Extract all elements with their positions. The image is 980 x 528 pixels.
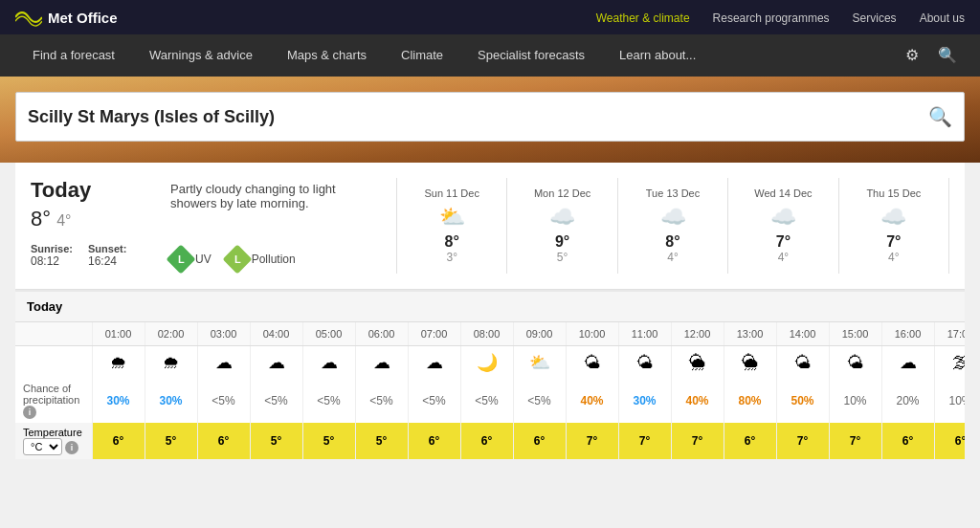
day-icon-3: ☁️ (736, 205, 830, 230)
precip-06: <5% (355, 379, 408, 423)
icon-cell-17: 🌫 (934, 346, 965, 380)
nav-research[interactable]: Research programmes (713, 11, 830, 25)
temp-row: Temperature °C °F i 6° 5° 6° 5° 5° 5° (15, 423, 965, 459)
icon-cell-07: ☁ (408, 346, 460, 380)
temp-12: 7° (671, 423, 724, 459)
hour-15: 15:00 (829, 322, 881, 346)
precip-07: <5% (408, 379, 460, 423)
nav-weather-climate[interactable]: Weather & climate (596, 11, 690, 25)
search-input[interactable]: Scilly St Marys (Isles of Scilly) (28, 107, 928, 127)
today-panel: Today 8° 4° Sunrise: 08:12 Sunset: 16:24… (15, 163, 965, 290)
hour-09: 09:00 (513, 322, 566, 346)
precip-13: 80% (724, 379, 776, 423)
icon-cell-04: ☁ (250, 346, 302, 380)
temp-06: 5° (355, 423, 408, 459)
hourly-section: Today 01:00 02:00 03:00 04:00 05:00 06:0… (15, 290, 965, 459)
nav-about[interactable]: About us (920, 11, 965, 25)
day-label-0: Sun 11 Dec (405, 187, 499, 199)
precip-10: 40% (566, 379, 618, 423)
today-summary: Today 8° 4° Sunrise: 08:12 Sunset: 16:24 (31, 178, 155, 274)
temp-04: 5° (250, 423, 302, 459)
search-bar: Scilly St Marys (Isles of Scilly) 🔍 (15, 92, 965, 142)
search-icon[interactable]: 🔍 (928, 105, 952, 128)
hour-04: 04:00 (250, 322, 302, 346)
nav-learn[interactable]: Learn about... (602, 34, 713, 77)
hourly-time-row: 01:00 02:00 03:00 04:00 05:00 06:00 07:0… (15, 322, 965, 346)
day-high-0: 8° (405, 233, 499, 251)
temp-15: 7° (829, 423, 881, 459)
nav-specialist[interactable]: Specialist forecasts (460, 34, 602, 77)
nav-climate[interactable]: Climate (384, 34, 460, 77)
precip-03: <5% (197, 379, 250, 423)
temp-01: 6° (92, 423, 145, 459)
hour-07: 07:00 (408, 322, 460, 346)
day-low-0: 3° (405, 251, 499, 264)
search-button[interactable]: 🔍 (930, 31, 965, 80)
hour-12: 12:00 (671, 322, 724, 346)
hour-13: 13:00 (724, 322, 776, 346)
day-label-3: Wed 14 Dec (736, 187, 830, 199)
temp-13: 6° (724, 423, 776, 459)
hourly-wrapper: 01:00 02:00 03:00 04:00 05:00 06:00 07:0… (15, 322, 965, 459)
temp-02: 5° (145, 423, 197, 459)
hour-10: 10:00 (566, 322, 618, 346)
uv-icon: L (166, 244, 195, 274)
forecast-day-3: Wed 14 Dec ☁️ 7° 4° (728, 178, 838, 274)
icon-cell-10: 🌤 (566, 346, 618, 380)
nav-maps-charts[interactable]: Maps & charts (270, 34, 384, 77)
temp-17: 6° (934, 423, 965, 459)
precip-16: 20% (881, 379, 934, 423)
temp-05: 5° (302, 423, 355, 459)
hourly-section-label: Today (27, 299, 62, 314)
today-sun-times: Sunrise: 08:12 Sunset: 16:24 (31, 243, 155, 268)
day-icon-2: ☁️ (626, 205, 720, 230)
icon-cell-08: 🌙 (460, 346, 513, 380)
day-icon-1: ☁️ (515, 205, 609, 230)
icon-cell-16: ☁ (881, 346, 934, 380)
forecast-days: Sun 11 Dec ⛅ 8° 3° Mon 12 Dec ☁️ 9° 5° T… (396, 178, 949, 274)
precip-11: 30% (618, 379, 671, 423)
icon-cell-14: 🌤 (776, 346, 829, 380)
day-high-2: 8° (626, 233, 720, 251)
settings-button[interactable]: ⚙ (898, 31, 926, 80)
hour-16: 16:00 (881, 322, 934, 346)
precip-label: Chance of precipitation (23, 383, 79, 406)
day-icon-0: ⛅ (405, 205, 499, 230)
day-label-2: Tue 13 Dec (626, 187, 720, 199)
icon-cell-03: ☁ (197, 346, 250, 380)
precip-14: 50% (776, 379, 829, 423)
day-high-4: 7° (847, 233, 941, 251)
precip-info-icon[interactable]: i (23, 406, 36, 419)
forecast-day-0: Sun 11 Dec ⛅ 8° 3° (397, 178, 507, 274)
precip-row: Chance of precipitation i 30% 30% <5% <5… (15, 379, 965, 423)
precip-15: 10% (829, 379, 881, 423)
day-high-3: 7° (736, 233, 830, 251)
today-label: Today (31, 178, 155, 203)
uv-badge: L UV (170, 249, 212, 270)
icon-cell-06: ☁ (355, 346, 408, 380)
sunset-label: Sunset: (88, 243, 126, 254)
precip-17: 10% (934, 379, 965, 423)
day-label-1: Mon 12 Dec (515, 187, 609, 199)
precip-08: <5% (460, 379, 513, 423)
temp-unit-select[interactable]: °C °F (23, 438, 62, 455)
day-low-2: 4° (626, 251, 720, 264)
nav-find-forecast[interactable]: Find a forecast (15, 34, 132, 77)
temp-info-icon[interactable]: i (65, 441, 78, 454)
icon-cell-09: ⛅ (513, 346, 566, 380)
icon-cell-12: 🌦 (671, 346, 724, 380)
day-low-4: 4° (847, 251, 941, 264)
pollution-badge: L Pollution (227, 249, 296, 270)
temp-label: Temperature (23, 427, 82, 438)
temp-07: 6° (408, 423, 460, 459)
icon-cell-05: ☁ (302, 346, 355, 380)
temp-09: 6° (513, 423, 566, 459)
sunset-time: 16:24 (88, 254, 126, 268)
pollution-label: Pollution (252, 253, 296, 266)
nav-warnings[interactable]: Warnings & advice (132, 34, 270, 77)
today-description: Partly cloudy changing to light showers … (170, 182, 381, 210)
hour-05: 05:00 (302, 322, 355, 346)
uv-label: UV (195, 253, 212, 266)
nav-services[interactable]: Services (853, 11, 897, 25)
top-nav: Met Office Weather & climate Research pr… (0, 0, 980, 34)
